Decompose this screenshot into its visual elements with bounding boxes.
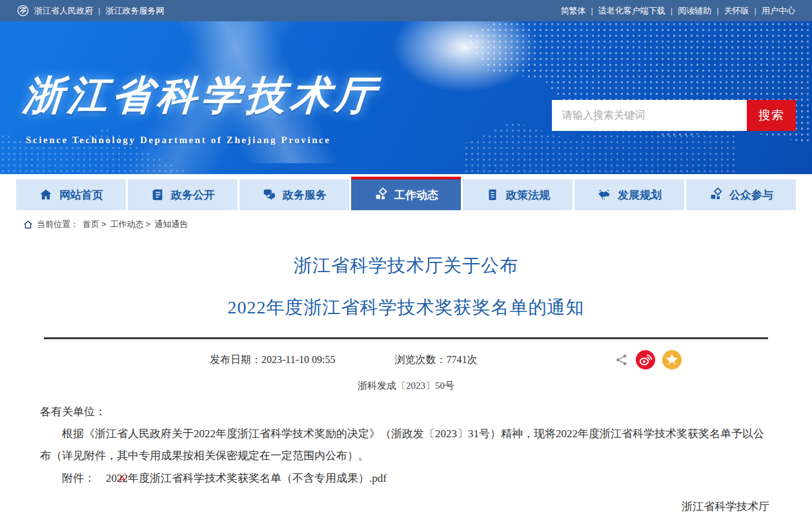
publish-date-value: 2023-11-10 09:55 xyxy=(261,354,336,366)
link-elderly-client-download[interactable]: 适老化客户端下载 xyxy=(585,5,665,17)
attachment-link[interactable]: 2022年度浙江省科学技术奖获奖名单（不含专用成果）.pdf xyxy=(106,472,387,484)
body-paragraph: 根据《浙江省人民政府关于2022年度浙江省科学技术奖励的决定》（浙政发〔2023… xyxy=(40,423,772,467)
nav-item-label: 政务服务 xyxy=(283,188,327,202)
publish-date-label: 发布日期： xyxy=(210,353,261,367)
link-reading-aid[interactable]: 阅读辅助 xyxy=(665,5,711,17)
nav-item-label: 发展规划 xyxy=(618,188,662,202)
link-simplified-traditional[interactable]: 简繁体 xyxy=(560,5,585,17)
attachment-label: 附件： xyxy=(62,472,95,484)
article-title-line1: 浙江省科学技术厅关于公布 xyxy=(0,253,812,278)
site-subtitle-english: Science Technology Department of Zhejian… xyxy=(26,135,331,146)
breadcrumb: 当前位置： 首页 工作动态 通知通告 xyxy=(0,210,812,230)
nav-item-policies[interactable]: 政策法规 xyxy=(463,179,573,210)
title-divider xyxy=(44,337,768,339)
home-small-icon xyxy=(23,220,33,230)
shapes-icon xyxy=(374,188,388,202)
article-meta: 发布日期： 2023-11-10 09:55 浏览次数： 7741次 xyxy=(210,350,682,370)
nav-item-work-news[interactable]: 工作动态 xyxy=(351,177,461,210)
breadcrumb-item-work-news[interactable]: 工作动态 xyxy=(110,219,151,230)
nav-item-public-participation[interactable]: 公众参与 xyxy=(686,179,796,210)
nav-item-label: 政策法规 xyxy=(506,188,550,202)
weibo-share-icon[interactable] xyxy=(636,350,655,370)
link-zhejiang-service[interactable]: 浙江政务服务网 xyxy=(93,5,164,17)
nav-item-label: 公众参与 xyxy=(729,188,773,202)
link-zhejiang-gov[interactable]: 浙江省人民政府 xyxy=(34,5,93,17)
main-nav: 网站首页 政务公开 政务服务 工作动态 xyxy=(16,179,796,210)
light-flare xyxy=(361,21,568,112)
search-input[interactable] xyxy=(552,100,747,131)
nav-item-label: 政务公开 xyxy=(171,188,215,202)
handshake-icon xyxy=(597,188,611,202)
chat-icon xyxy=(262,188,276,202)
top-utility-bar: 浙江省人民政府 浙江政务服务网 简繁体 适老化客户端下载 阅读辅助 关怀版 用户… xyxy=(0,0,812,21)
shapes-icon xyxy=(709,188,723,202)
nav-item-label: 工作动态 xyxy=(394,188,438,202)
article: 浙江省科学技术厅关于公布 2022年度浙江省科学技术奖获奖名单的通知 发布日期：… xyxy=(0,253,812,523)
nav-item-home[interactable]: 网站首页 xyxy=(16,179,126,210)
link-care-version[interactable]: 关怀版 xyxy=(711,5,749,17)
site-title: 浙江省科学技术厅 xyxy=(22,75,381,115)
nav-item-label: 网站首页 xyxy=(59,188,103,202)
attachment-line: 附件： 2022年度浙江省科学技术奖获奖名单（不含专用成果）.pdf xyxy=(40,468,772,489)
search-button[interactable]: 搜索 xyxy=(747,100,796,131)
share-icon[interactable] xyxy=(614,353,629,367)
site-banner: 浙江省科学技术厅 Science Technology Department o… xyxy=(0,21,812,174)
nav-item-development-plans[interactable]: 发展规划 xyxy=(574,179,684,210)
salutation: 各有关单位： xyxy=(40,401,772,423)
nav-item-gov-info[interactable]: 政务公开 xyxy=(128,179,238,210)
document-icon xyxy=(485,188,500,202)
document-number: 浙科发成〔2023〕50号 xyxy=(0,380,812,392)
qzone-share-icon[interactable] xyxy=(662,350,682,370)
views-label: 浏览次数： xyxy=(395,353,447,367)
signature-org: 浙江省科学技术厅 xyxy=(43,499,769,514)
breadcrumb-label: 当前位置： xyxy=(37,219,79,230)
nav-item-gov-services[interactable]: 政务服务 xyxy=(239,179,349,210)
home-icon xyxy=(39,188,53,202)
share-icons xyxy=(614,350,682,370)
views-value: 7741次 xyxy=(447,353,478,367)
zhejiang-gov-logo-icon xyxy=(17,5,29,17)
breadcrumb-item-home[interactable]: 首页 xyxy=(83,219,107,230)
newspaper-icon xyxy=(150,188,165,202)
pdf-file-icon xyxy=(96,469,105,479)
article-title-line2: 2022年度浙江省科学技术奖获奖名单的通知 xyxy=(0,295,812,320)
link-user-center[interactable]: 用户中心 xyxy=(749,5,795,17)
article-body: 各有关单位： 根据《浙江省人民政府关于2022年度浙江省科学技术奖励的决定》（浙… xyxy=(40,401,772,489)
breadcrumb-item-notices[interactable]: 通知通告 xyxy=(154,219,188,230)
search-box: 搜索 xyxy=(552,100,796,131)
